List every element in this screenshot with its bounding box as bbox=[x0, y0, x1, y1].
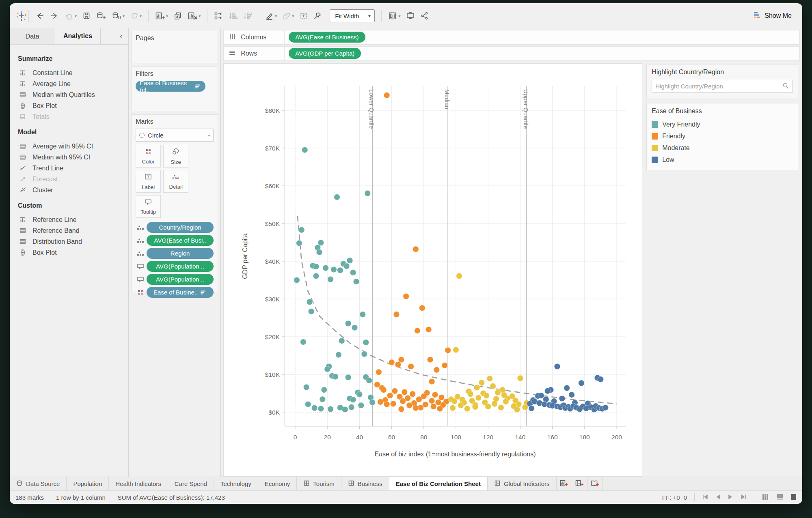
sidebar-item-reference-band[interactable]: Reference Band bbox=[18, 225, 128, 236]
new-dashboard-add-button[interactable] bbox=[572, 477, 587, 490]
sidebar-item-box-plot[interactable]: Box Plot bbox=[18, 100, 128, 111]
sheet-tab-economy[interactable]: Economy bbox=[258, 477, 297, 490]
clear-sheet-button[interactable]: ▾ bbox=[188, 12, 201, 20]
scatter-point-friendly[interactable] bbox=[390, 401, 396, 407]
scatter-point-very-friendly[interactable] bbox=[328, 276, 334, 282]
sheet-tab-population[interactable]: Population bbox=[67, 477, 109, 490]
scatter-point-friendly[interactable] bbox=[395, 361, 401, 368]
scatter-point-very-friendly[interactable] bbox=[323, 265, 329, 271]
scatter-point-moderate[interactable] bbox=[450, 405, 456, 411]
sheet-tab-ease-of-biz-correlation-sheet[interactable]: Ease of Biz Correlation Sheet bbox=[389, 477, 488, 490]
scatter-point-friendly[interactable] bbox=[419, 305, 425, 311]
scatter-point-moderate[interactable] bbox=[487, 375, 493, 381]
scatter-point-friendly[interactable] bbox=[408, 363, 414, 370]
scatter-point-very-friendly[interactable] bbox=[313, 263, 319, 269]
fit-selector[interactable]: Fit Width ▼ bbox=[330, 9, 375, 22]
mark-pill-avg-population[interactable]: AVG(Population .. bbox=[147, 261, 214, 272]
sidebar-item-cluster[interactable]: Cluster bbox=[18, 185, 128, 196]
scatter-point-friendly[interactable] bbox=[410, 391, 416, 397]
scatter-point-friendly[interactable] bbox=[427, 357, 433, 363]
last-page-icon[interactable] bbox=[740, 494, 747, 501]
new-story-add-button[interactable] bbox=[587, 477, 603, 490]
scatter-point-very-friendly[interactable] bbox=[363, 339, 369, 345]
scatter-point-friendly[interactable] bbox=[430, 403, 436, 409]
scatter-point-friendly[interactable] bbox=[393, 311, 400, 317]
highlight-search-input[interactable] bbox=[655, 83, 782, 90]
scatter-point-very-friendly[interactable] bbox=[296, 240, 302, 246]
sheet-tab-care-spend[interactable]: Care Spend bbox=[168, 477, 214, 490]
scatter-point-friendly[interactable] bbox=[376, 369, 382, 375]
tab-data[interactable]: Data bbox=[10, 28, 55, 44]
first-page-icon[interactable] bbox=[702, 494, 708, 501]
scatter-point-friendly[interactable] bbox=[378, 399, 384, 405]
scatter-point-friendly[interactable] bbox=[413, 405, 419, 411]
forward-button[interactable] bbox=[50, 12, 59, 20]
sidebar-item-median-with-quartiles[interactable]: Median with Quartiles bbox=[18, 89, 128, 100]
columns-pill-avg-ease-of-business[interactable]: AVG(Ease of Business) bbox=[289, 32, 365, 43]
legend-item-very-friendly[interactable]: Very Friendly bbox=[652, 119, 793, 131]
scatter-point-very-friendly[interactable] bbox=[347, 257, 353, 263]
refresh-button[interactable]: ▾ bbox=[130, 12, 142, 20]
scatter-point-moderate[interactable] bbox=[453, 347, 459, 353]
show-sheet-icon[interactable] bbox=[791, 494, 797, 501]
scatter-point-friendly[interactable] bbox=[429, 398, 435, 404]
sidebar-item-trend-line[interactable]: Trend Line bbox=[18, 163, 128, 174]
new-worksheet-button[interactable]: ▾ bbox=[155, 12, 168, 20]
scatter-point-friendly[interactable] bbox=[402, 389, 408, 395]
sort-descending-button[interactable] bbox=[243, 12, 252, 20]
legend-item-low[interactable]: Low bbox=[652, 154, 793, 166]
scatter-point-very-friendly[interactable] bbox=[361, 351, 367, 357]
scatter-point-friendly[interactable] bbox=[434, 367, 440, 373]
scatter-point-friendly[interactable] bbox=[387, 392, 393, 398]
scatter-point-moderate[interactable] bbox=[490, 383, 496, 389]
sheet-tab-global-indicators[interactable]: Global Indicators bbox=[488, 477, 557, 490]
mark-pill-ease-of-busine[interactable]: Ease of Busine.. bbox=[147, 287, 214, 298]
scatter-point-friendly[interactable] bbox=[398, 406, 404, 412]
collapse-pane-icon[interactable]: ‹ bbox=[114, 28, 128, 44]
scatter-point-very-friendly[interactable] bbox=[305, 401, 311, 407]
scatter-point-very-friendly[interactable] bbox=[342, 406, 348, 413]
scatter-point-very-friendly[interactable] bbox=[365, 190, 371, 196]
scatter-point-low[interactable] bbox=[545, 388, 551, 394]
save-button[interactable] bbox=[82, 12, 91, 20]
scatter-point-very-friendly[interactable] bbox=[300, 339, 307, 345]
show-sheet-tabs-icon[interactable] bbox=[762, 494, 769, 501]
mark-button-label[interactable]: Label bbox=[136, 170, 161, 193]
scatter-point-low[interactable] bbox=[579, 380, 585, 386]
scatter-point-very-friendly[interactable] bbox=[348, 404, 354, 410]
scatter-point-friendly[interactable] bbox=[381, 387, 387, 393]
scatter-point-moderate[interactable] bbox=[503, 398, 509, 404]
rows-shelf[interactable]: Rows AVG(GDP per Capita) bbox=[223, 46, 800, 61]
scatter-point-moderate[interactable] bbox=[514, 406, 520, 413]
scatter-point-friendly[interactable] bbox=[413, 246, 419, 252]
legend-item-friendly[interactable]: Friendly bbox=[652, 131, 793, 142]
sidebar-item-median-with-95-ci[interactable]: Median with 95% CI bbox=[18, 152, 128, 163]
sidebar-item-box-plot[interactable]: Box Plot bbox=[18, 247, 128, 258]
scatter-point-friendly[interactable] bbox=[415, 327, 421, 333]
show-me-layout-button[interactable]: ▾ bbox=[388, 12, 400, 20]
scatter-point-friendly[interactable] bbox=[437, 406, 443, 412]
mark-pill-region[interactable]: Region bbox=[147, 248, 214, 259]
scatter-point-low[interactable] bbox=[538, 392, 544, 398]
scatter-point-low[interactable] bbox=[564, 385, 570, 391]
mark-button-tooltip[interactable]: Tooltip bbox=[136, 195, 161, 218]
scatter-point-moderate[interactable] bbox=[492, 401, 498, 407]
scatter-point-moderate[interactable] bbox=[495, 389, 501, 395]
trend-line[interactable] bbox=[298, 216, 617, 404]
mark-pill-country-region[interactable]: Country/Region bbox=[147, 222, 214, 233]
scatter-point-low[interactable] bbox=[603, 404, 609, 411]
scatter-point-friendly[interactable] bbox=[445, 347, 451, 353]
mark-type-dropdown[interactable]: Circle ▾ bbox=[136, 129, 214, 142]
scatter-point-low[interactable] bbox=[554, 363, 560, 370]
scatter-point-moderate[interactable] bbox=[456, 273, 462, 279]
mark-button-size[interactable]: Size bbox=[163, 145, 188, 168]
new-worksheet-add-button[interactable] bbox=[557, 477, 572, 490]
highlight-button[interactable]: ▾ bbox=[266, 12, 277, 20]
scatter-point-moderate[interactable] bbox=[475, 395, 482, 401]
scatter-point-very-friendly[interactable] bbox=[337, 267, 343, 273]
scatter-point-moderate[interactable] bbox=[498, 404, 504, 411]
scatter-point-very-friendly[interactable] bbox=[313, 273, 319, 279]
scatter-point-very-friendly[interactable] bbox=[331, 267, 337, 273]
scatter-point-very-friendly[interactable] bbox=[307, 299, 313, 305]
scatter-point-very-friendly[interactable] bbox=[311, 405, 317, 411]
